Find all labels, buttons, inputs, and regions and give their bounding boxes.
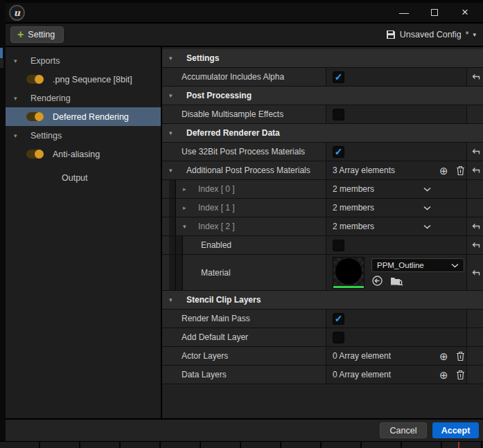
add-setting-button[interactable]: + Setting [10,26,64,43]
add-element-icon[interactable]: ⊕ [439,351,448,361]
property-value-cell: ✓ [326,236,466,254]
checkbox[interactable]: ✓ [333,71,344,83]
property-name-cell: ▾ Index [ 2 ] [162,217,326,235]
collapse-arrow-icon[interactable]: ▾ [169,167,177,174]
array-row-additional-post-process-materials: ▾ Additional Post Process Materials 3 Ar… [162,161,483,180]
section-header-settings[interactable]: ▾ Settings [162,49,483,68]
property-value-cell: ✓ [326,328,466,346]
array-actions: ⊕ [439,165,465,176]
indent-rail [176,255,183,290]
collapse-arrow-icon[interactable]: ▾ [14,95,22,102]
sidebar-group-settings[interactable]: ▾ Settings [6,126,161,145]
collapse-arrow-icon[interactable]: ▾ [169,55,177,62]
chevron-down-icon[interactable] [423,224,431,229]
property-label: Actor Layers [182,351,228,361]
config-preset-dropdown[interactable]: Unsaved Config * ▾ [386,30,476,39]
reset-to-default-icon[interactable] [471,242,480,249]
section-header-post-processing[interactable]: ▾ Post Processing [162,87,483,105]
property-value-cell: 3 Array elements ⊕ [326,161,466,179]
background-gray-fragment [0,58,3,68]
reset-cell [466,310,483,328]
property-name-cell: Data Layers [162,366,326,384]
index-label: Index [ 0 ] [198,184,235,194]
chevron-down-icon [451,263,459,268]
property-row-accumulator-includes-alpha: Accumulator Includes Alpha ✓ [162,68,483,87]
check-icon: ✓ [335,72,343,82]
expand-arrow-icon[interactable]: ▸ [183,186,191,192]
property-row-material: Material PPM_Outline [162,255,483,291]
maximize-button[interactable] [419,3,450,21]
reset-cell [466,68,483,86]
section-header-deferred-renderer-data[interactable]: ▾ Deferred Renderer Data [162,124,483,143]
collapse-arrow-icon[interactable]: ▾ [169,296,177,303]
property-name-cell: Material [162,255,326,290]
collapse-arrow-icon[interactable]: ▾ [169,129,177,136]
delete-all-elements-icon[interactable] [456,351,465,361]
reset-to-default-icon[interactable] [471,223,480,230]
close-button[interactable]: × [450,3,480,21]
checkbox[interactable]: ✓ [333,240,344,251]
reset-to-default-icon[interactable] [471,167,480,174]
sidebar-item-png-sequence[interactable]: .png Sequence [8bit] [6,70,161,89]
collapse-arrow-icon[interactable]: ▾ [183,223,191,230]
sidebar-item-output[interactable]: Output [6,168,161,187]
material-thumbnail[interactable] [333,257,365,289]
reset-cell [466,236,483,254]
members-text: 2 members [333,222,374,231]
property-label: Additional Post Process Materials [186,165,310,175]
dialog-footer: Cancel Accept [6,418,483,441]
sidebar-item-anti-aliasing[interactable]: Anti-aliasing [6,145,161,163]
save-icon [386,30,396,39]
property-row-render-main-pass: Render Main Pass ✓ [162,310,483,328]
property-label: Enabled [201,240,231,250]
reset-cell [466,105,483,123]
asset-dropdown[interactable]: PPM_Outline [371,258,464,272]
reset-cell [466,255,483,290]
background-editor-bottom-strip [0,441,483,448]
config-name: Unsaved Config [400,30,462,39]
accept-button[interactable]: Accept [432,422,479,438]
expand-arrow-icon[interactable]: ▸ [183,204,191,211]
checkbox[interactable]: ✓ [333,146,344,158]
reset-cell [466,161,483,179]
checkbox[interactable]: ✓ [333,332,344,343]
index-label: Index [ 2 ] [198,222,235,231]
reset-to-default-icon[interactable] [471,148,480,155]
checkbox[interactable]: ✓ [333,313,344,325]
minimize-button[interactable]: — [389,3,419,21]
asset-action-icons [371,275,464,287]
delete-all-elements-icon[interactable] [456,370,465,380]
title-bar[interactable]: u — × [6,3,483,22]
enable-toggle[interactable] [26,75,44,84]
delete-all-elements-icon[interactable] [456,165,465,176]
cancel-button[interactable]: Cancel [380,422,427,438]
sidebar-item-deferred-rendering[interactable]: Deferred Rendering [6,107,161,126]
property-name-cell: ▸ Index [ 0 ] [162,180,326,198]
enable-toggle[interactable] [26,112,44,121]
add-element-icon[interactable]: ⊕ [439,165,448,176]
property-name-cell: Add Default Layer [162,328,326,346]
browse-to-asset-icon[interactable] [390,276,403,287]
checkbox[interactable]: ✓ [333,109,344,120]
reset-cell [466,180,483,198]
chevron-down-icon[interactable] [423,206,431,210]
property-name-cell: Use 32Bit Post Process Materials [162,143,326,161]
collapse-arrow-icon[interactable]: ▾ [169,92,177,99]
indent-rail [169,236,176,254]
array-actions: ⊕ [439,370,465,380]
section-header-stencil-clip-layers[interactable]: ▾ Stencil Clip Layers [162,291,483,310]
collapse-arrow-icon[interactable]: ▾ [14,57,22,64]
sidebar-group-rendering[interactable]: ▾ Rendering [6,89,161,107]
property-row-use-32bit-post-process-materials: Use 32Bit Post Process Materials ✓ [162,143,483,161]
reset-to-default-icon[interactable] [471,73,480,80]
use-selected-asset-icon[interactable] [371,275,383,287]
add-element-icon[interactable]: ⊕ [439,370,448,380]
collapse-arrow-icon[interactable]: ▾ [14,132,22,139]
sidebar-item-label: .png Sequence [8bit] [53,75,132,84]
reset-to-default-icon[interactable] [471,269,480,276]
property-name-cell: Accumulator Includes Alpha [162,68,326,86]
sidebar-group-exports[interactable]: ▾ Exports [6,51,161,70]
chevron-down-icon[interactable] [423,187,431,192]
array-size-text: 0 Array element [333,370,391,379]
enable-toggle[interactable] [26,150,44,159]
